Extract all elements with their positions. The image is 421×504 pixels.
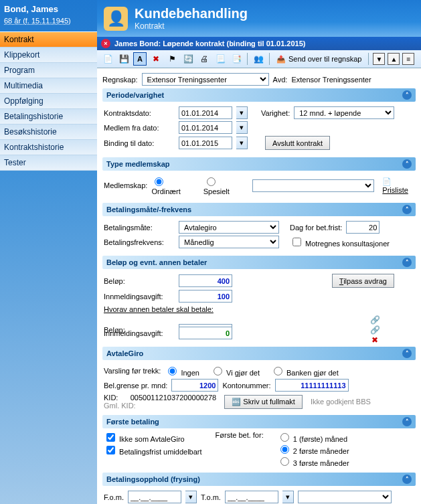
send-to-accounting-label: Send over til regnskap [288,55,361,63]
ikke-godkjent-label: Ikke godkjent BBS [311,398,371,406]
innm-input[interactable] [179,290,232,303]
delete-icon[interactable]: ✖ [149,52,163,66]
betmate-select[interactable]: Avtalegiro [179,221,279,234]
nav-oppfolging[interactable]: Oppfølging [0,94,97,109]
kontraktsdato-input[interactable] [179,106,232,119]
kontraktsdato-dropdown-icon[interactable]: ▾ [236,106,248,119]
section-betmate-header[interactable]: Betalingsmåte/-frekvens ˄ [102,203,416,216]
frekvens-select[interactable]: Månedlig [179,236,279,248]
belop-label: Beløp: [104,277,175,285]
close-icon[interactable]: × [101,39,110,48]
belop-input[interactable] [179,274,232,287]
chevron-up-icon: ˄ [402,159,412,169]
app-header: 👤 Kundebehandling Kontrakt [97,0,421,37]
refresh-icon[interactable]: 🔄 [181,52,195,66]
fom-input[interactable] [128,491,181,503]
betfrist-checkbox[interactable]: Betalingsfrist umiddelbart [104,444,202,456]
varsling-bank-radio[interactable]: Banken gjør det [270,365,339,377]
nav-kontraktshistorie[interactable]: Kontraktshistorie [0,140,97,155]
save-icon[interactable]: 💾 [117,52,131,66]
varsling-ingen-radio[interactable]: Ingen [165,365,199,377]
nav-besokshistorie[interactable]: Besøkshistorie [0,124,97,140]
tom-label: T.o.m. [201,493,221,501]
forste-opt3-radio[interactable]: 3 første måneder [277,455,349,467]
nav-kontrakt[interactable]: Kontrakt [0,32,97,48]
motregnes-checkbox[interactable]: Motregnes konsultasjoner [290,236,390,248]
binding-input[interactable] [179,137,232,149]
section-avtalegiro-title: AvtaleGiro [106,349,143,357]
ikke-som-checkbox[interactable]: Ikke som AvtaleGiro [104,431,202,444]
tom-input[interactable] [225,491,278,503]
style-icon[interactable]: A [133,52,147,66]
innm-label: Innmeldingsavgift: [104,292,175,301]
section-avtalegiro-header[interactable]: AvtaleGiro ˄ [102,347,416,360]
binding-label: Binding til dato: [104,139,175,147]
regnskap-select[interactable]: Extensor Treningssenter [142,73,269,86]
section-periode-title: Periode/varighet [106,91,164,99]
skriv-ut-fullmakt-button[interactable]: 🔤 Skriv ut fullmakt [224,395,303,409]
prisliste-link[interactable]: 📄Prisliste [382,177,414,194]
kid-value: 005001121037200000278 [131,394,216,402]
varsling-label: Varsling før trekk: [104,367,161,375]
spesielt-radio[interactable]: Spesielt [203,175,242,195]
fom-dropdown-icon[interactable]: ▾ [185,491,197,503]
nav-klippekort[interactable]: Klippekort [0,48,97,63]
tom-dropdown-icon[interactable]: ▾ [282,491,294,503]
kontonr-input[interactable] [275,379,349,392]
varsling-vi-radio[interactable]: Vi gjør det [210,365,260,377]
medlemskap-select[interactable] [252,179,374,192]
flag-icon[interactable]: ⚑ [165,52,179,66]
send-to-accounting[interactable]: 📤 Send over til regnskap [274,54,364,65]
section-betmate-title: Betalingsmåte/-frekvens [106,205,191,214]
window-titlebar: × James Bond: Løpende kontrakt (binding … [97,37,421,50]
new-icon[interactable]: 📄 [101,52,114,66]
belgrense-input[interactable] [171,379,218,392]
window-title-text: James Bond: Løpende kontrakt (binding ti… [114,39,305,48]
forste-opt1-radio[interactable]: 1 (første) måned [277,431,349,443]
doc-icon[interactable]: 📃 [214,52,227,66]
chevron-up-icon: ˄ [402,205,412,214]
ordinaert-radio[interactable]: Ordinært [151,175,192,195]
print-icon[interactable]: 🖨 [197,52,211,66]
forste-opt2-radio[interactable]: 2 første måneder [277,443,349,455]
binding-dropdown-icon[interactable]: ▾ [236,137,248,149]
section-type-header[interactable]: Type medlemskap ˄ [102,157,416,171]
link-yellow-icon[interactable]: 🔗 [369,325,381,335]
kontraktsdato-label: Kontraktsdato: [104,109,175,117]
frekvens-label: Betalingsfrekvens: [104,238,175,246]
link-blue-icon[interactable]: 🔗 [369,315,381,325]
ab-innm-input[interactable] [179,327,232,339]
remove-link-icon[interactable]: ✖ [369,335,381,345]
varighet-select[interactable]: 12 mnd. + løpende [294,106,394,119]
copy-icon[interactable]: 📑 [230,52,243,66]
header-subtitle: Kontrakt [135,21,248,31]
medlem-fra-dropdown-icon[interactable]: ▾ [236,121,248,134]
tilpass-avdrag-button[interactable]: TTilpass avdragilpass avdrag [332,274,394,288]
section-periode-header[interactable]: Periode/varighet ˄ [102,88,416,102]
list-icon[interactable]: ≡ [402,53,414,65]
avslutt-kontrakt-button[interactable]: Avslutt kontrakt [265,136,330,150]
arrow-down-icon[interactable]: ▼ [373,53,385,65]
chevron-up-icon: ˄ [402,475,412,484]
avd-label: Avd: [273,76,288,84]
nav-betalingshistorie[interactable]: Betalingshistorie [0,109,97,124]
nav-multimedia[interactable]: Multimedia [0,78,97,94]
chevron-up-icon: ˄ [402,417,412,426]
section-opphold-header[interactable]: Betalingsopphold (frysing) ˄ [102,473,416,486]
opphold-list[interactable] [298,491,392,503]
users-icon[interactable]: 👥 [252,52,265,66]
dag-input[interactable] [346,221,380,234]
send-icon: 📤 [276,55,286,64]
nav-tester[interactable]: Tester [0,155,97,171]
kid-label: KID: [104,394,118,402]
arrow-up-icon[interactable]: ▲ [388,53,400,65]
section-forste-header[interactable]: Første betaling ˄ [102,415,416,428]
ab-innm-label: Innmeldingsavgift: [104,329,175,337]
sidebar: Bond, James 68 år (f. 15.11.1945) Kontra… [0,0,97,504]
section-belop-title: Beløp og evnt. annen betaler [106,258,207,266]
chevron-up-icon: ˄ [402,258,412,267]
medlem-fra-input[interactable] [179,121,232,134]
nav-program[interactable]: Program [0,63,97,78]
section-forste-title: Første betaling [106,418,159,426]
section-belop-header[interactable]: Beløp og evnt. annen betaler ˄ [102,256,416,269]
